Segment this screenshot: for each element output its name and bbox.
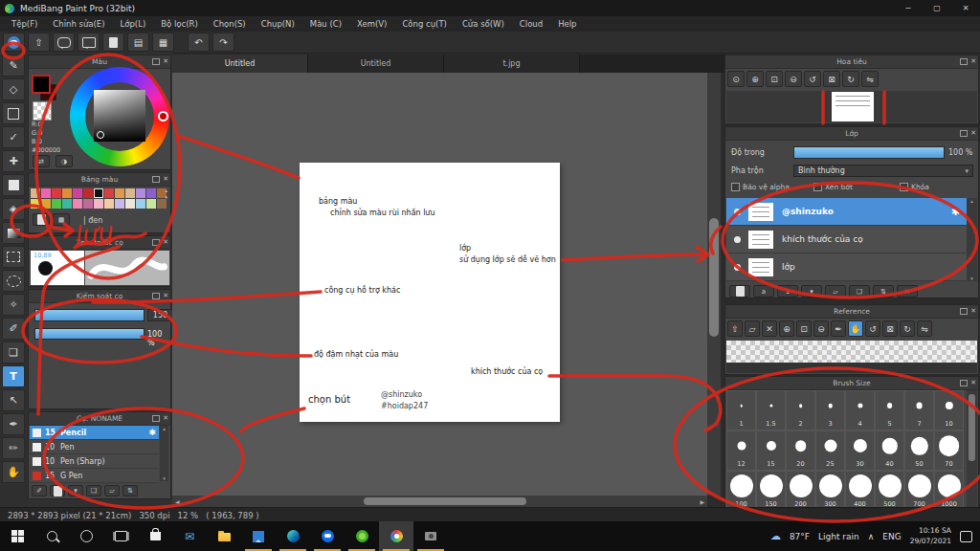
close-icon[interactable]: ✕ bbox=[970, 380, 976, 386]
palette-swatch[interactable] bbox=[136, 188, 145, 198]
brush-row-g-pen[interactable]: 15G Pen bbox=[30, 469, 159, 483]
brush-size-cell-40[interactable]: 40 bbox=[875, 430, 904, 471]
palette-swatch[interactable] bbox=[136, 199, 145, 209]
scroll-down-icon[interactable]: ▾ bbox=[970, 276, 973, 281]
lock-checkbox[interactable]: Khóa bbox=[900, 183, 929, 191]
close-icon[interactable]: ✕ bbox=[970, 308, 976, 315]
palette-swatch[interactable] bbox=[41, 188, 51, 198]
medibang-icon[interactable] bbox=[379, 521, 413, 551]
palette-grid-button[interactable]: ▦ bbox=[53, 213, 70, 226]
saturation-value-square[interactable] bbox=[94, 90, 145, 142]
palette-swatch[interactable] bbox=[73, 188, 82, 198]
close-icon[interactable]: ✕ bbox=[970, 58, 976, 65]
brush-row-pen[interactable]: 10Pen bbox=[30, 440, 159, 454]
edge-icon[interactable] bbox=[276, 521, 310, 551]
canvas-vertical-scrollbar[interactable] bbox=[707, 73, 721, 496]
new-layer-button[interactable] bbox=[729, 285, 750, 298]
brush-size-cell-4[interactable]: 4 bbox=[845, 390, 875, 430]
brush-size-cell-5[interactable]: 5 bbox=[875, 390, 904, 430]
popout-icon[interactable] bbox=[152, 239, 160, 246]
zoom-in-button[interactable]: ⊕ bbox=[779, 320, 794, 337]
select-eraser-tool[interactable]: ❏ bbox=[2, 342, 25, 364]
document-tab-2[interactable]: t.jpg bbox=[444, 55, 580, 73]
cortana-button[interactable] bbox=[69, 521, 103, 551]
text-tool[interactable]: T bbox=[2, 365, 25, 387]
rotate-cw-button[interactable]: ↻ bbox=[842, 71, 859, 87]
palette-swatch[interactable] bbox=[115, 199, 124, 209]
brush-preview-header[interactable]: Xem trước cọ ✕ bbox=[29, 236, 170, 250]
new-brush-button[interactable] bbox=[50, 485, 65, 496]
color-wheel[interactable] bbox=[70, 67, 169, 166]
weather-temp[interactable]: 87°F bbox=[790, 532, 810, 541]
brush-size-cell-20[interactable]: 20 bbox=[786, 430, 815, 471]
brush-size-cell-700[interactable]: 700 bbox=[904, 471, 934, 511]
brush-size-cell-100[interactable]: 100 bbox=[726, 471, 756, 511]
palette-swatch[interactable] bbox=[41, 199, 51, 209]
redo-button[interactable]: ↷ bbox=[212, 33, 234, 52]
popout-icon[interactable] bbox=[960, 58, 968, 65]
brush-size-cell-3[interactable]: 3 bbox=[815, 390, 845, 430]
coccoc-icon[interactable] bbox=[345, 521, 379, 551]
reset-button[interactable]: ⊠ bbox=[882, 320, 898, 337]
brush-row-pencil[interactable]: 15Pencil✱ bbox=[30, 426, 159, 440]
scroll-down-icon[interactable]: ▾ bbox=[163, 475, 166, 481]
reference-canvas[interactable] bbox=[726, 341, 977, 364]
store-icon[interactable] bbox=[138, 521, 172, 551]
layer-panel-header[interactable]: Lớp ✕ bbox=[725, 127, 978, 141]
cloud-save-button[interactable] bbox=[3, 33, 25, 52]
popout-icon[interactable] bbox=[152, 293, 160, 299]
scroll-thumb[interactable] bbox=[709, 218, 719, 337]
palette-swatch[interactable] bbox=[104, 199, 114, 209]
reset-rotation-button[interactable]: ⊠ bbox=[823, 71, 840, 87]
menu-item-1[interactable]: Chỉnh sửa(E) bbox=[45, 19, 112, 29]
message-button[interactable] bbox=[78, 33, 100, 52]
palette-panel-header[interactable]: Bảng màu ✕ bbox=[29, 173, 170, 187]
brush-size-cell-300[interactable]: 300 bbox=[815, 471, 845, 511]
delete-layer-button[interactable]: ✕ bbox=[897, 285, 918, 298]
menu-item-10[interactable]: Cloud bbox=[512, 19, 550, 29]
rotate-ccw-button[interactable]: ↺ bbox=[865, 320, 880, 337]
scroll-up-icon[interactable]: ▴ bbox=[970, 198, 973, 204]
weather-icon[interactable]: ☁ bbox=[770, 530, 781, 542]
move-tool[interactable]: ✚ bbox=[2, 150, 25, 172]
brush-size-slider[interactable] bbox=[34, 309, 145, 321]
brush-size-cell-1[interactable]: 1 bbox=[726, 390, 756, 430]
brush-script-button[interactable]: ❏ bbox=[86, 485, 101, 496]
brush-pen-button[interactable]: ✐ bbox=[32, 485, 47, 496]
search-button[interactable] bbox=[34, 521, 69, 551]
menu-item-2[interactable]: Lớp(L) bbox=[113, 19, 154, 29]
palette-swatch[interactable] bbox=[73, 199, 82, 209]
brush-size-cell-150[interactable]: 150 bbox=[756, 471, 786, 511]
palette-swatch[interactable] bbox=[157, 199, 167, 209]
popout-icon[interactable] bbox=[152, 58, 160, 65]
brush-size-value[interactable]: 150 bbox=[147, 309, 173, 321]
brush-size-cell-70[interactable]: 70 bbox=[934, 430, 964, 471]
palette-swatch[interactable] bbox=[83, 188, 93, 198]
close-icon[interactable]: ✕ bbox=[163, 293, 168, 299]
palette-swatch[interactable] bbox=[83, 199, 93, 209]
palette-swatch[interactable] bbox=[52, 199, 61, 209]
brush-size-cell-1000[interactable]: 1000 bbox=[934, 471, 964, 511]
photos-icon[interactable] bbox=[241, 521, 276, 551]
blend-mode-select[interactable]: Bình thường ▾ bbox=[793, 165, 973, 177]
navigator-header[interactable]: Hoa tiêu ✕ bbox=[725, 55, 978, 69]
duplicate-brush-button[interactable]: ⇅ bbox=[122, 485, 138, 496]
brush-size-header[interactable]: Brush Size ✕ bbox=[725, 377, 978, 390]
palette-swatch[interactable] bbox=[115, 188, 124, 198]
menu-item-9[interactable]: Cửa sổ(W) bbox=[455, 19, 512, 29]
select-pen-tool[interactable]: ✐ bbox=[2, 318, 25, 340]
select-tool[interactable] bbox=[2, 174, 25, 196]
layer-row-2[interactable]: lớp bbox=[726, 253, 968, 281]
palette-scrollbar[interactable]: ▴ ▾ bbox=[165, 187, 167, 200]
clipping-checkbox[interactable]: Xén bớt bbox=[813, 183, 853, 191]
canvas-document[interactable]: bảng màu chỉnh sửa màu rùi nhấn lưu lớp … bbox=[300, 163, 560, 422]
bucket-tool[interactable]: ◈ bbox=[2, 198, 25, 220]
minimize-button[interactable]: ─ bbox=[894, 0, 923, 16]
layer-menu-button[interactable]: ▾ bbox=[801, 285, 822, 298]
scroll-up-icon[interactable]: ▴ bbox=[165, 187, 167, 193]
menu-item-5[interactable]: Chụp(N) bbox=[254, 19, 302, 29]
gear-icon[interactable]: ✱ bbox=[951, 206, 960, 218]
operation-tool[interactable]: ↖ bbox=[2, 389, 25, 411]
document-tab-0[interactable]: Untitled bbox=[172, 55, 308, 73]
swap-color-button[interactable]: ⇄ bbox=[33, 155, 50, 167]
